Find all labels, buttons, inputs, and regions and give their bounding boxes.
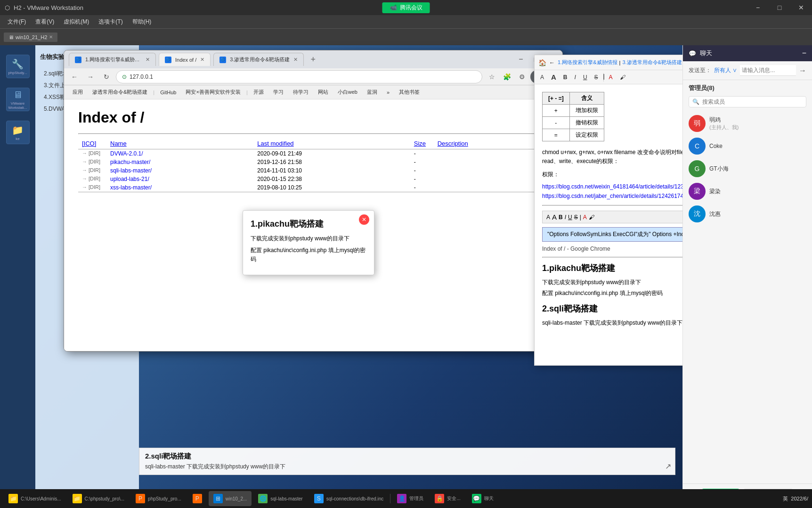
menu-file[interactable]: 文件(F) [4,17,30,27]
perm-equals-meaning: 设定权限 [569,129,604,141]
vmware-label: VMwareWorkstati... [8,101,27,110]
bookmark-blue[interactable]: 蓝洞 [363,87,381,97]
menu-vm[interactable]: 虚拟机(M) [60,17,93,27]
dir-link-pikachu[interactable]: pikachu-master/ [106,158,253,166]
taskbar-phpStudy[interactable]: P phpStudy_pro... [131,491,186,506]
menu-tabs[interactable]: 选项卡(T) [95,17,126,27]
bookmark-star-icon[interactable]: ☆ [485,70,498,83]
taskbar-security[interactable]: 🔒 安全... [430,491,465,506]
menu-help[interactable]: 帮助(H) [129,17,155,27]
reload-button[interactable]: ↻ [100,70,113,83]
maximize-button[interactable]: □ [769,0,790,15]
bookmark-learn2[interactable]: 待学习 [289,87,312,97]
taskbar-explorer2[interactable]: 📁 C:\phpstudy_pro\... [68,491,130,506]
browser-tab-3[interactable]: 🔵 3.渗透常用命令&靶场搭建 ✕ [213,53,304,66]
members-search-input[interactable] [689,96,806,107]
sidebar-ke[interactable]: 📁 ke [6,121,30,144]
format-strikethrough[interactable]: S [592,73,601,82]
sqli-bottom-section: 2.sqli靶场搭建 sqli-labs-master 下载完成安装到phpst… [139,448,675,475]
dir-link-dvwa[interactable]: DVWA-2.0.1/ [106,149,253,158]
col-desc[interactable]: Description [434,138,548,149]
new-tab-button[interactable]: + [307,53,320,66]
doc-home-btn[interactable]: 🏠 [538,59,546,66]
member-info-ruoji: 弱鸡 (主持人、我) [709,116,739,131]
taskbar-admin[interactable]: 👤 管理员 [392,491,428,506]
bookmarks-bar: 应用 渗透常用命令&靶场搭建 | GitHub 网安×善善网安软件安装 | 开源… [64,85,562,99]
tencent-meeting-indicator[interactable]: 📹 腾讯会议 [382,2,430,13]
bookmark-website[interactable]: 网站 [314,87,332,97]
format-highlight[interactable]: 🖌 [617,73,628,82]
format-font-color-a[interactable]: A [606,73,616,82]
taskbar-chat[interactable]: 💬 聊天 [467,491,498,506]
extension-puzzle-icon[interactable]: 🧩 [500,70,513,83]
bookmark-apps[interactable]: 应用 [69,87,87,97]
browser-tab-2-active[interactable]: 🔵 Index of / ✕ [159,53,211,66]
bookmark-tools[interactable]: 网安×善善网安软件安装 [182,87,244,97]
bookmark-learn[interactable]: 学习 [269,87,287,97]
forward-button[interactable]: → [84,70,97,83]
col-size[interactable]: Size [410,138,434,149]
tab3-close[interactable]: ✕ [293,57,298,63]
format-a-large[interactable]: A [548,72,559,82]
dir-link-xss[interactable]: xss-labs-master/ [106,183,253,192]
dir-row-sqli: → [DIR] sqli-labs-master/ 2014-11-01 03:… [78,166,548,175]
bookmark-more[interactable]: » [383,88,393,97]
doc-item-3: 3.渗透常用命令&靶场搭建 [622,59,682,66]
taskbar-explorer1[interactable]: 📁 C:\Users\Adminis... [4,491,66,506]
vm-tab-win10[interactable]: 🖥 win10_21_H2 ✕ [4,33,57,42]
phpStudy-label: phpStudy... [8,71,27,75]
it-a-large[interactable]: A [552,213,557,221]
dir-link-upload[interactable]: upload-labs-21/ [106,175,253,183]
taskbar-chrome[interactable]: 🌐 sql-labs-master [253,491,307,506]
minimize-button[interactable]: − [747,0,769,15]
it-italic[interactable]: I [565,214,566,221]
bookmark-others[interactable]: 其他书签 [395,87,423,97]
it-font-color[interactable]: A [583,214,587,221]
col-name[interactable]: Name [106,138,253,149]
address-bar[interactable]: ⊙ 127.0.0.1 [116,70,482,83]
tencent-minimize-btn[interactable]: − [802,49,806,57]
dir-link-sqli[interactable]: sqli-labs-master/ [106,166,253,175]
it-highlight[interactable]: 🖌 [589,214,594,221]
taskbar-lang: 英 [783,495,788,502]
format-underline[interactable]: U [580,73,590,82]
back-button[interactable]: ← [68,70,81,83]
taskbar-win10[interactable]: ⊞ win10_2... [209,491,252,506]
col-modified[interactable]: Last modified [253,138,410,149]
it-bold[interactable]: B [559,214,563,221]
it-a-small[interactable]: A [546,214,550,221]
browser-tab-1[interactable]: 🔵 1.网络搜索引擎&威胁情报 ✕ [69,53,156,66]
close-button[interactable]: ✕ [790,0,812,15]
chat-input-field[interactable] [740,65,796,76]
profile-icon[interactable]: ⚙ [515,70,528,83]
bookmark-web[interactable]: 小白web [334,87,361,97]
chat-send-icon[interactable]: → [799,66,806,75]
it-underline[interactable]: U [568,214,572,221]
tab2-close[interactable]: ✕ [200,57,204,63]
popup-close-button[interactable]: ✕ [359,214,369,225]
taskbar-separator [390,494,390,503]
taskbar-phpStudy2[interactable]: P [188,491,207,506]
doc-back-btn[interactable]: ← [549,59,555,66]
format-bold[interactable]: B [560,73,570,82]
pikachu-popup-overlay: ✕ 1.pikachu靶场搭建 下载完成安装到phpstudy www的目录下 … [243,210,374,275]
audience-dropdown[interactable]: 所有人 ∨ [714,66,737,74]
vm-tab-close[interactable]: ✕ [49,34,53,40]
bookmark-github[interactable]: GitHub [156,88,180,97]
bookmark-open[interactable]: 开源 [250,87,268,97]
sidebar-phpStudy[interactable]: 🔧 phpStudy... [6,55,30,78]
it-strike[interactable]: S [574,214,578,221]
avatar-shen: 沈 [689,205,706,222]
bookmark-pentest[interactable]: 渗透常用命令&靶场搭建 [89,87,151,97]
secure-icon: ⊙ [122,74,127,80]
sidebar-vmware[interactable]: 🖥 VMwareWorkstati... [6,88,30,111]
sqli-expand-icon[interactable]: ↗ [665,462,671,471]
dir-icon-sqli: → [DIR] [78,166,106,175]
col-ico[interactable]: [ICO] [78,138,106,149]
browser-minimize[interactable]: − [514,53,528,66]
taskbar-sqli[interactable]: S sql-connections\db-ifred.inc [309,491,389,506]
tab1-close[interactable]: ✕ [146,57,150,63]
format-italic[interactable]: I [572,73,579,82]
format-a-small[interactable]: A [537,73,547,82]
menu-view[interactable]: 查看(V) [32,17,58,27]
